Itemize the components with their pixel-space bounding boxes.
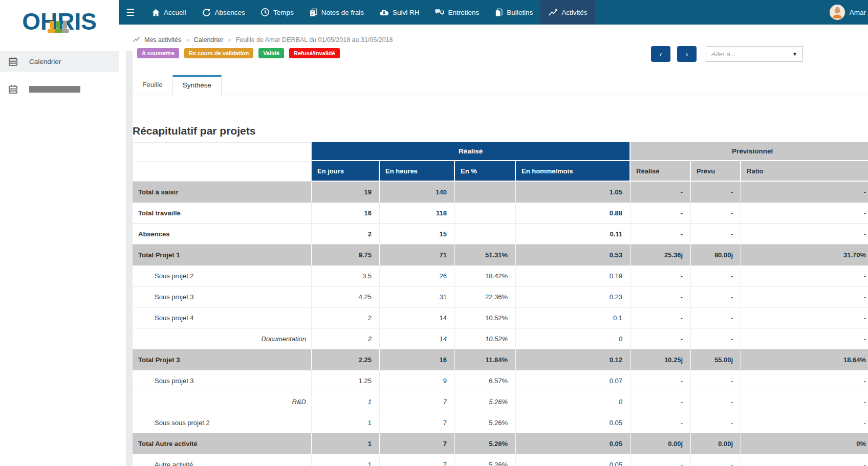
top-navbar: ☰ Accueil Absences Temps Notes de frais: [119, 0, 868, 25]
cell-value: 5.26%: [455, 412, 516, 433]
table-row: Total travaillé161180.88---: [133, 203, 868, 224]
nav-item-entretiens[interactable]: Entretiens: [427, 0, 487, 25]
row-label: Total à saisir: [133, 182, 312, 203]
row-label: Total Projet 3: [133, 349, 312, 370]
cell-value: 1: [312, 412, 380, 433]
cell-value: -: [631, 265, 691, 286]
cell-value: 0.11: [516, 224, 631, 245]
cell-value: [455, 224, 516, 245]
nav-item-absences[interactable]: Absences: [194, 0, 253, 25]
breadcrumb-mes-activites[interactable]: Mes activités: [144, 36, 181, 43]
nav-item-activites[interactable]: Activités: [540, 0, 595, 25]
cell-value: 7: [380, 412, 455, 433]
cell-value: -: [631, 412, 691, 433]
cell-value: -: [631, 182, 691, 203]
nav-item-temps[interactable]: Temps: [253, 0, 301, 25]
cell-value: 25.36j: [631, 245, 691, 265]
row-label: Total travaillé: [133, 203, 312, 224]
table-row: Sous sous projet 2175.26%0.05---: [133, 412, 868, 433]
nav-item-notes-de-frais[interactable]: Notes de frais: [301, 0, 372, 25]
hamburger-menu-icon[interactable]: ☰: [119, 0, 144, 25]
cell-value: [455, 182, 516, 203]
table-row: Absences2150.11---: [133, 224, 868, 245]
cell-value: 10.52%: [455, 328, 516, 349]
cell-value: 16: [312, 203, 380, 224]
column-header: En jours: [312, 161, 380, 182]
status-badge: A soumettre: [137, 48, 179, 58]
column-header: En heures: [380, 161, 455, 182]
user-name: Amar: [850, 9, 866, 16]
activity-line-icon: [548, 8, 558, 17]
cell-value: 2.25: [312, 349, 380, 370]
nav-item-suivi-rh[interactable]: Suivi RH: [372, 0, 427, 25]
cell-value: 16: [380, 349, 455, 370]
table-row: Documentation21410.52%0---: [133, 328, 868, 349]
cell-value: 5.26%: [455, 433, 516, 454]
cell-value: 2: [312, 328, 380, 349]
cell-value: 4.25: [312, 286, 380, 307]
left-gutter: [126, 51, 133, 466]
cell-value: -: [691, 391, 741, 412]
cell-value: 51.31%: [455, 245, 516, 265]
group-header-realise: Réalisé: [312, 142, 631, 161]
cell-value: 0.05: [516, 412, 631, 433]
cell-value: -: [691, 224, 741, 245]
sidebar-item-redacted[interactable]: [0, 79, 119, 99]
previous-period-button[interactable]: ‹: [651, 46, 670, 62]
receipt-icon: [309, 8, 318, 17]
cell-value: 18.42%: [455, 265, 516, 286]
ohris-logo[interactable]: OHRIS: [11, 8, 108, 35]
cell-value: 0: [516, 391, 631, 412]
cell-value: -: [631, 286, 691, 307]
table-head: Réalisé Prévisionnel En jours En heures …: [133, 142, 868, 182]
cell-value: [455, 203, 516, 224]
cell-value: -: [741, 370, 868, 391]
activity-line-icon: [133, 36, 140, 43]
cloud-lock-icon: [379, 8, 389, 17]
breadcrumb-separator: >: [186, 37, 189, 43]
chat-bubbles-icon: [435, 8, 444, 17]
cell-value: 7: [380, 454, 455, 466]
cell-value: 0.00j: [691, 433, 741, 454]
next-period-button[interactable]: ›: [677, 46, 697, 62]
cell-value: 1: [312, 391, 380, 412]
goto-select[interactable]: Aller à... ▼: [706, 46, 803, 62]
cell-value: 140: [380, 182, 455, 203]
cell-value: 5.26%: [455, 454, 516, 466]
cell-value: 9.75: [312, 245, 380, 265]
cell-value: 1.05: [516, 182, 631, 203]
row-label: Absences: [133, 224, 312, 245]
cell-value: 0.00j: [631, 433, 691, 454]
column-header: En homme/mois: [516, 161, 631, 182]
tab-feuille[interactable]: Feuille: [133, 76, 172, 95]
sidebar-item-calendrier[interactable]: Calendrier: [0, 51, 119, 72]
nav-item-bulletins[interactable]: Bulletins: [487, 0, 540, 25]
redacted-label: [29, 86, 80, 93]
user-menu[interactable]: Amar: [830, 0, 868, 25]
status-badge: Validé: [258, 48, 284, 58]
cell-value: 2: [312, 307, 380, 328]
logo-candles: [50, 21, 67, 29]
table-row: Total Autre activité175.26%0.050.00j0.00…: [133, 433, 868, 454]
table-body: Total à saisir191401.05---Total travaill…: [133, 182, 868, 466]
cell-value: 1: [312, 454, 380, 466]
logo-bar: [48, 29, 69, 33]
cell-value: 3.5: [312, 265, 380, 286]
cell-value: 0.12: [516, 349, 631, 370]
breadcrumb-calendrier[interactable]: Calendrier: [194, 36, 224, 43]
tab-synthese[interactable]: Synthèse: [172, 75, 222, 95]
cell-value: -: [741, 265, 868, 286]
cell-value: -: [691, 286, 741, 307]
cell-value: 0.23: [516, 286, 631, 307]
status-badge: Refusé/Invalidé: [289, 48, 340, 58]
cell-value: 31: [380, 286, 455, 307]
sidebar-item-label: Calendrier: [29, 58, 61, 65]
table-row: R&D175.26%0---: [133, 391, 868, 412]
table-row: Sous projet 421410.52%0.1---: [133, 307, 868, 328]
goto-placeholder: Aller à...: [711, 50, 792, 58]
main-content: Mes activités > Calendrier > Feuille de …: [119, 25, 868, 466]
cell-value: 5.26%: [455, 391, 516, 412]
nav-item-accueil[interactable]: Accueil: [144, 0, 194, 25]
cell-value: 118: [380, 203, 455, 224]
cell-value: 10.52%: [455, 307, 516, 328]
